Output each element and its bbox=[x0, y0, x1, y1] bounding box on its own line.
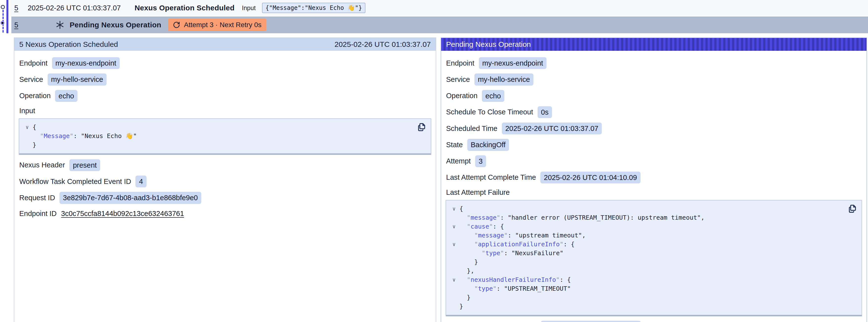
field-value-badge: 2025-02-26 UTC 01:03:37.07 bbox=[502, 123, 602, 134]
retry-status-badge: Attempt 3 · Next Retry 0s bbox=[168, 19, 266, 31]
field-value-badge: 2025-02-26 UTC 01:04:13.93 bbox=[541, 321, 641, 322]
json-line-text: "applicationFailureInfo": { bbox=[459, 240, 575, 249]
field-row-workflow-task-completed-event-id: Workflow Task Completed Event ID 4 bbox=[19, 175, 431, 187]
collapse-chevron-icon[interactable]: ∨ bbox=[448, 276, 459, 284]
json-line-text: "nexusHandlerFailureInfo": { bbox=[459, 276, 571, 284]
retry-icon bbox=[173, 21, 180, 29]
pending-operation-panel: Pending Nexus Operation Endpoint my-nexu… bbox=[441, 37, 867, 322]
field-value-badge: 2025-02-26 UTC 01:04:10.09 bbox=[540, 171, 640, 184]
json-line-text: "cause": { bbox=[459, 222, 504, 231]
field-label: Operation bbox=[19, 92, 51, 100]
field-label: Operation bbox=[446, 92, 477, 100]
last-attempt-failure-label: Last Attempt Failure bbox=[446, 188, 862, 196]
copy-button[interactable] bbox=[847, 203, 858, 214]
json-line-text: } bbox=[459, 302, 463, 311]
json-line-gutter bbox=[22, 132, 33, 140]
json-line-text: "message": "handler error (UPSTREAM_TIME… bbox=[459, 213, 705, 222]
event-timestamp: 2025-02-26 UTC 01:03:37.07 bbox=[28, 4, 121, 12]
scheduled-event-panel: 5 Nexus Operation Scheduled 2025-02-26 U… bbox=[14, 37, 436, 322]
state-badge: BackingOff bbox=[467, 139, 509, 151]
field-value-badge: my-hello-service bbox=[48, 73, 106, 85]
field-label: Nexus Header bbox=[19, 161, 65, 169]
field-label: Endpoint bbox=[19, 59, 48, 67]
field-value-badge: 3 bbox=[475, 155, 486, 167]
json-line-text: } bbox=[33, 140, 36, 150]
pending-operation-panel-header: Pending Nexus Operation bbox=[441, 38, 867, 51]
pending-operation-panel-body: Endpoint my-nexus-endpoint Service my-he… bbox=[441, 51, 867, 322]
field-label: Service bbox=[446, 75, 470, 84]
field-value-badge: 3e829b7e-7d67-4b08-aad3-b1e868bfe9e0 bbox=[59, 192, 202, 204]
json-line-gutter bbox=[448, 266, 459, 276]
json-line-gutter bbox=[448, 249, 459, 258]
json-line: ∨{ bbox=[22, 123, 415, 132]
field-row-endpoint: Endpoint my-nexus-endpoint bbox=[19, 57, 431, 69]
field-row-operation: Operation echo bbox=[446, 90, 862, 102]
panel-title: 5 Nexus Operation Scheduled bbox=[19, 40, 118, 49]
field-label: Endpoint bbox=[446, 59, 474, 67]
panel-timestamp: 2025-02-26 UTC 01:03:37.07 bbox=[335, 40, 431, 49]
field-row-last-attempt-complete-time: Last Attempt Complete Time 2025-02-26 UT… bbox=[446, 171, 862, 184]
event-title: Nexus Operation Scheduled bbox=[134, 4, 235, 12]
json-line-gutter bbox=[448, 213, 459, 222]
json-line: ∨ "nexusHandlerFailureInfo": { bbox=[448, 276, 846, 284]
json-line: } bbox=[448, 293, 846, 302]
field-label: Last Attempt Complete Time bbox=[446, 173, 536, 182]
collapse-chevron-icon[interactable]: ∨ bbox=[448, 222, 459, 231]
endpoint-id-link[interactable]: 3c0c75ccfa8144b092c13ce632463761 bbox=[61, 210, 184, 218]
copy-icon bbox=[416, 122, 427, 132]
field-row-service: Service my-hello-service bbox=[446, 73, 862, 85]
field-row-operation: Operation echo bbox=[19, 90, 431, 102]
json-line-text: }, bbox=[459, 266, 474, 276]
field-value-badge: my-nexus-endpoint bbox=[52, 57, 120, 69]
pending-asterisk-icon bbox=[56, 21, 64, 29]
field-value-badge: present bbox=[69, 159, 100, 171]
panel-title: Pending Nexus Operation bbox=[446, 40, 531, 49]
field-value-badge: my-hello-service bbox=[474, 73, 533, 85]
json-line-gutter bbox=[448, 302, 459, 311]
json-line: } bbox=[22, 140, 415, 150]
json-line-text: } bbox=[459, 293, 470, 302]
json-line: ∨{ bbox=[448, 204, 846, 213]
json-line: "message": "handler error (UPSTREAM_TIME… bbox=[448, 213, 846, 222]
field-label: Service bbox=[19, 75, 43, 84]
collapse-chevron-icon[interactable]: ∨ bbox=[448, 240, 459, 249]
field-value-badge: echo bbox=[482, 90, 504, 102]
json-line: ∨ "cause": { bbox=[448, 222, 846, 231]
json-line: "type": "UPSTREAM_TIMEOUT" bbox=[448, 284, 846, 293]
field-row-schedule-to-close-timeout: Schedule To Close Timeout 0s bbox=[446, 106, 862, 118]
json-line: } bbox=[448, 302, 846, 311]
event-row-nexus-operation-scheduled[interactable]: 5 2025-02-26 UTC 01:03:37.07 Nexus Opera… bbox=[10, 0, 868, 16]
json-line-text: "message": "upstream timeout", bbox=[459, 231, 586, 240]
field-row-request-id: Request ID 3e829b7e-7d67-4b08-aad3-b1e86… bbox=[19, 192, 431, 204]
field-value-badge: 4 bbox=[135, 175, 146, 187]
pending-title: Pending Nexus Operation bbox=[69, 21, 161, 29]
input-json-viewer: ∨{ "Message": "Nexus Echo 👋"} bbox=[19, 118, 431, 155]
field-value-badge: echo bbox=[55, 90, 78, 102]
event-row-pending-nexus-operation[interactable]: 5 Pending Nexus Operation Attempt 3 · Ne… bbox=[11, 17, 868, 33]
field-label: State bbox=[446, 141, 463, 149]
event-id-link[interactable]: 5 bbox=[14, 4, 18, 12]
event-id-link[interactable]: 5 bbox=[14, 21, 18, 29]
json-line: } bbox=[448, 258, 846, 266]
field-label: Scheduled Time bbox=[446, 125, 497, 133]
collapse-chevron-icon[interactable]: ∨ bbox=[448, 204, 459, 213]
field-row-service: Service my-hello-service bbox=[19, 73, 431, 85]
json-line-text: { bbox=[459, 204, 463, 213]
field-label: Workflow Task Completed Event ID bbox=[19, 178, 131, 186]
event-detail-panels: 5 Nexus Operation Scheduled 2025-02-26 U… bbox=[14, 37, 867, 322]
timeline-node-open-icon bbox=[1, 5, 5, 9]
field-row-endpoint: Endpoint my-nexus-endpoint bbox=[446, 57, 862, 69]
timeline-active-bar bbox=[6, 0, 8, 33]
field-row-next-attempt-schedule-time: Next Attempt Schedule Time 2025-02-26 UT… bbox=[446, 321, 862, 322]
copy-button[interactable] bbox=[416, 122, 427, 133]
field-label: Endpoint ID bbox=[19, 210, 57, 218]
field-row-endpoint-id: Endpoint ID 3c0c75ccfa8144b092c13ce63246… bbox=[19, 208, 431, 219]
collapse-chevron-icon[interactable]: ∨ bbox=[22, 123, 33, 132]
retry-badge-text: Attempt 3 · Next Retry 0s bbox=[184, 21, 261, 29]
json-line: "type": "NexusFailure" bbox=[448, 249, 846, 258]
field-value-badge: my-nexus-endpoint bbox=[479, 57, 547, 69]
json-line-text: "Message": "Nexus Echo 👋" bbox=[33, 132, 137, 140]
field-label: Attempt bbox=[446, 157, 471, 165]
json-line-text: } bbox=[459, 258, 478, 266]
input-section-label: Input bbox=[19, 107, 431, 115]
